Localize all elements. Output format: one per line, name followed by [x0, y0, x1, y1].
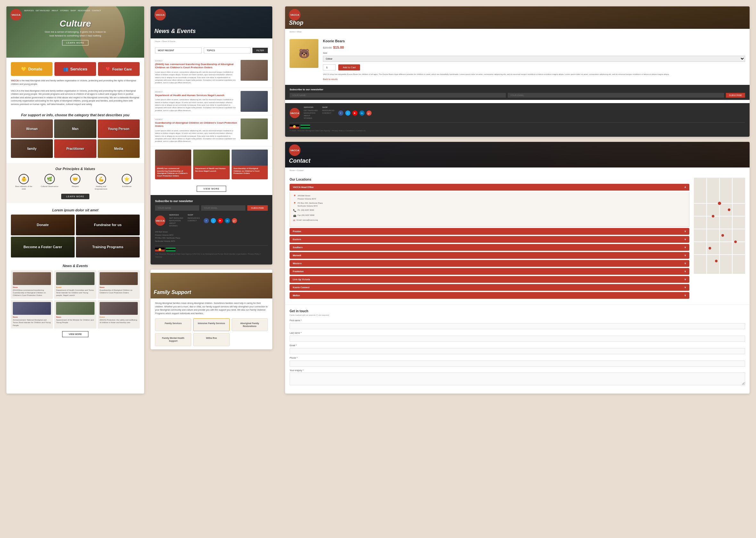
enquiry-textarea[interactable]	[290, 372, 745, 385]
facebook-icon[interactable]: f	[204, 218, 209, 223]
nav-shop[interactable]: SHOP	[71, 10, 76, 12]
social-icons-group: f t ▶ in g+	[204, 218, 237, 223]
nav-contact[interactable]: CONTACT	[92, 10, 101, 12]
category-woman[interactable]: Woman	[11, 120, 53, 138]
newsletter-email-input[interactable]	[201, 205, 245, 211]
shop-googleplus-icon[interactable]: g+	[366, 111, 372, 116]
article-3-body: Lorem ipsum dolor sit amet, consectetur …	[155, 130, 238, 143]
category-family[interactable]: family	[11, 139, 53, 158]
news-card-4[interactable]: News Announcement: National Aboriginal a…	[11, 300, 53, 329]
quantity-input[interactable]	[323, 64, 336, 71]
shop-twitter-icon[interactable]: t	[345, 111, 351, 116]
support-training[interactable]: Training Programs	[76, 237, 140, 257]
head-office-item[interactable]: VACCA Head Office ∧	[290, 184, 689, 190]
view-more-button-news[interactable]: VIEW MORE	[197, 186, 226, 192]
shop-newsletter-email[interactable]	[508, 93, 724, 98]
service-aboriginal-family[interactable]: Aboriginal Family Restorations	[232, 318, 268, 331]
shop-footer-stories[interactable]: STORIES	[304, 117, 318, 119]
shop-footer-about[interactable]: ABOUT	[304, 115, 318, 117]
article-2-title[interactable]: Department of Health and Human Services …	[155, 94, 238, 97]
article-1-title[interactable]: (DHHS) has commenced transferring Guardi…	[155, 63, 238, 70]
add-to-cart-button[interactable]: Add to Cart	[338, 64, 360, 71]
view-more-button-left[interactable]: VIEW MORE	[62, 331, 89, 337]
last-name-input[interactable]	[290, 336, 745, 342]
category-media[interactable]: Media	[98, 139, 140, 158]
location-koorie[interactable]: Koorie Connect ∨	[290, 284, 689, 291]
small-card-3[interactable]: Guardianship of Aboriginal Children on C…	[232, 149, 268, 179]
shop-footer-navigation[interactable]: NAVIGATION	[304, 112, 318, 114]
location-western[interactable]: Western ∨	[290, 260, 689, 267]
foster-care-button[interactable]: ❤️ Foster Care	[98, 62, 140, 76]
location-preston[interactable]: Preston ∨	[290, 228, 689, 235]
phone-input[interactable]	[290, 360, 745, 367]
twitter-icon[interactable]: t	[211, 218, 216, 223]
article-3-title[interactable]: Guardianship of Aboriginal Children on C…	[155, 121, 238, 128]
footer-link-get-involved[interactable]: GET INVOLVED	[169, 217, 183, 219]
shop-footer-get-involved[interactable]: GET INVOLVED	[304, 110, 318, 111]
footer-link-stories[interactable]: STORIES	[169, 225, 183, 227]
footer-link-navigation[interactable]: NAVIGATION	[169, 220, 183, 222]
category-grid: Woman Man Young Person family Pr	[6, 120, 144, 161]
location-frankston[interactable]: Frankston ∨	[290, 268, 689, 275]
shop-facebook-icon[interactable]: f	[338, 111, 344, 116]
nav-get-involved[interactable]: GET INVOLVED	[35, 10, 50, 12]
googleplus-icon[interactable]: g+	[232, 218, 237, 223]
donate-button[interactable]: 💛 Donate	[11, 62, 53, 76]
news-card-3[interactable]: News Guardianship of Aboriginal Children…	[98, 270, 140, 299]
filter-button[interactable]: FILTER	[252, 48, 268, 53]
location-eastern[interactable]: Eastern ∨	[290, 236, 689, 243]
nav-about[interactable]: ABOUT	[52, 10, 58, 12]
small-card-2[interactable]: Department of Health and Human Services …	[193, 149, 229, 179]
support-donate[interactable]: Donate	[11, 215, 75, 235]
article-2-image	[241, 91, 268, 112]
shop-subscribe-button[interactable]: SUBSCRIBE	[726, 93, 745, 98]
service-witha-rne[interactable]: Witha Rne	[193, 333, 229, 346]
services-button[interactable]: 👥 Services	[54, 62, 96, 76]
youtube-icon[interactable]: ▶	[218, 218, 223, 223]
news-card-3-img	[100, 272, 138, 285]
location-morwell[interactable]: Morwell ∨	[290, 252, 689, 259]
map-container[interactable]	[694, 178, 745, 274]
shop-newsletter-name[interactable]	[290, 93, 506, 98]
support-fundraise[interactable]: Fundraise for us	[76, 215, 140, 235]
hero-cta-button[interactable]: LEARN MORE	[62, 40, 88, 45]
shop-footer-contact[interactable]: CONTACT	[322, 112, 334, 114]
shop-footer-resources[interactable]: RESOURCES	[322, 110, 334, 111]
service-family-mental[interactable]: Family Mental Health Support	[155, 333, 191, 346]
category-man[interactable]: Man	[54, 120, 96, 138]
nav-services[interactable]: SERVICES	[24, 10, 34, 12]
service-intensive-family[interactable]: Intensive Family Services	[193, 318, 229, 331]
get-in-touch-section: Get in touch Fields marked with an aster…	[285, 304, 750, 394]
news-card-2[interactable]: Event Department of Health Committee and…	[54, 270, 96, 299]
hero-section: VACCA SERVICES GET INVOLVED ABOUT STORIE…	[6, 6, 144, 58]
small-card-1[interactable]: (DHHS) has commenced transferring Guardi…	[155, 149, 191, 179]
service-family-services[interactable]: Family Services	[155, 318, 191, 331]
shop-youtube-icon[interactable]: ▶	[352, 111, 357, 116]
linkedin-icon[interactable]: in	[225, 218, 230, 223]
news-card-6[interactable]: Event (DHHS) Protection: the safety and …	[98, 300, 140, 329]
newsletter-name-input[interactable]	[155, 205, 199, 211]
back-to-results-link[interactable]: Back to results	[323, 78, 745, 81]
location-southern[interactable]: Southern ∨	[290, 244, 689, 251]
footer-link-contact[interactable]: CONTACT	[188, 220, 200, 222]
newsletter-subscribe-button[interactable]: SUBSCRIBE	[247, 205, 268, 211]
first-name-input[interactable]	[290, 323, 745, 329]
footer-link-about[interactable]: ABOUT	[169, 222, 183, 224]
location-linkup[interactable]: Link-Up Victoria ∨	[290, 276, 689, 283]
email-input[interactable]	[290, 348, 745, 354]
learn-more-button[interactable]: LEARN MORE	[61, 194, 89, 199]
nav-resources[interactable]: RESOURCES	[78, 10, 90, 12]
shop-linkedin-icon[interactable]: in	[359, 111, 364, 116]
size-select[interactable]: Colour	[323, 56, 745, 62]
news-card-1[interactable]: News (DHHS)has commenced transferring Gu…	[11, 270, 53, 299]
support-foster-carer[interactable]: Become a Foster Carer	[11, 237, 75, 257]
category-practitioner[interactable]: Practitioner	[54, 139, 96, 158]
category-young-person[interactable]: Young Person	[98, 120, 140, 138]
nav-stories[interactable]: STORIES	[60, 10, 69, 12]
most-recent-select[interactable]: MOST RECENT	[155, 47, 202, 53]
small-news-cards-row: (DHHS) has commenced transferring Guardi…	[150, 146, 272, 183]
footer-link-resources[interactable]: RESOURCES	[188, 217, 200, 219]
topics-select[interactable]: TOPICS	[204, 47, 250, 53]
news-card-5[interactable]: News Appointment of the Minister for Chi…	[54, 300, 96, 329]
location-melton[interactable]: Melton ∨	[290, 292, 689, 299]
